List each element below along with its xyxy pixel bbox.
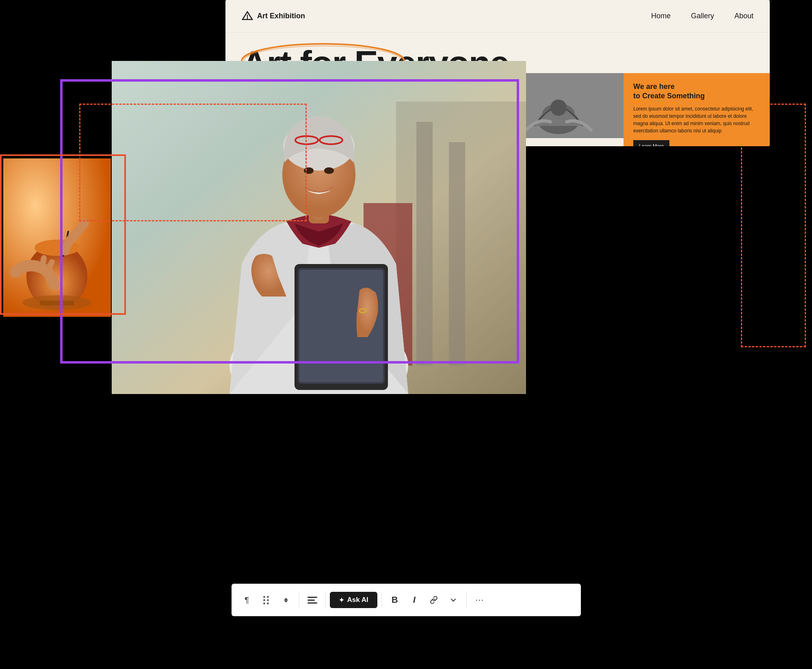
- scene: Art Exhibition Home Gallery About Art fo…: [0, 0, 812, 669]
- grip-handle-button[interactable]: [258, 591, 275, 609]
- toolbar-divider-1: [299, 592, 299, 608]
- align-button[interactable]: [303, 591, 321, 609]
- nav-home[interactable]: Home: [651, 12, 671, 20]
- svg-rect-22: [449, 142, 465, 366]
- learn-more-button[interactable]: Learn More: [633, 140, 669, 146]
- paragraph-button[interactable]: ¶: [238, 591, 256, 609]
- grip-dots-icon: [263, 596, 269, 604]
- svg-point-28: [304, 167, 314, 174]
- nav-gallery[interactable]: Gallery: [691, 12, 714, 20]
- svg-rect-21: [416, 122, 433, 366]
- italic-icon: I: [413, 595, 416, 605]
- orange-info-card: We are here to Create Something Lorem ip…: [624, 73, 770, 146]
- nav-about[interactable]: About: [734, 12, 754, 20]
- svg-point-29: [324, 167, 334, 174]
- sparkle-icon: ✦: [339, 596, 344, 604]
- bold-button[interactable]: B: [386, 591, 404, 609]
- editor-toolbar: ¶ ✦: [232, 584, 581, 616]
- toolbar-divider-2: [325, 592, 326, 608]
- bold-icon: B: [392, 595, 398, 605]
- orange-frame-left: [0, 154, 126, 315]
- move-up-down-button[interactable]: [277, 591, 295, 609]
- more-dots-icon: ···: [475, 595, 484, 605]
- ask-ai-button[interactable]: ✦ Ask AI: [330, 592, 377, 608]
- more-options-button[interactable]: ···: [471, 591, 489, 609]
- link-icon: [429, 595, 438, 604]
- scene-background-svg: [112, 61, 526, 394]
- chevron-updown-icon: [284, 598, 288, 602]
- orange-card-title: We are here to Create Something: [633, 82, 760, 101]
- logo-icon: [242, 11, 253, 22]
- paragraph-icon: ¶: [245, 595, 249, 605]
- nav-links: Home Gallery About: [651, 12, 754, 20]
- link-button[interactable]: [425, 591, 443, 609]
- toolbar-divider-3: [381, 592, 382, 608]
- main-photo-background: [112, 61, 526, 394]
- nav-logo: Art Exhibition: [242, 11, 305, 22]
- toolbar-divider-4: [466, 592, 467, 608]
- website-nav: Art Exhibition Home Gallery About: [225, 0, 770, 32]
- logo-text: Art Exhibition: [257, 12, 305, 20]
- ask-ai-label: Ask AI: [347, 596, 368, 604]
- main-photo: [112, 61, 526, 394]
- dropdown-button[interactable]: [444, 591, 462, 609]
- svg-point-8: [550, 100, 567, 116]
- italic-button[interactable]: I: [405, 591, 423, 609]
- align-icon: [307, 597, 317, 604]
- chevron-down-icon: [450, 597, 457, 603]
- orange-card-body: Lorem ipsum dolor sit amet, consectetur …: [633, 105, 760, 134]
